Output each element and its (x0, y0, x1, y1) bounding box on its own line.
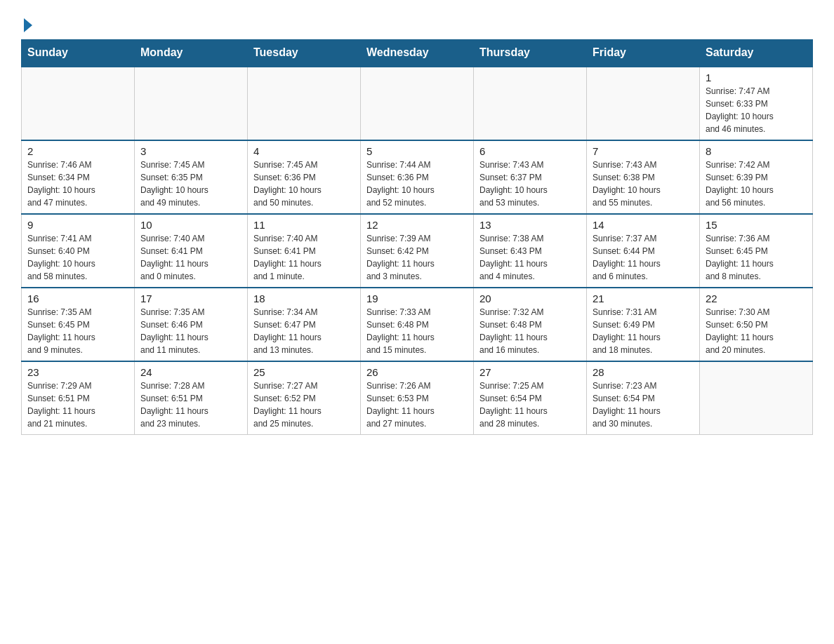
calendar-day-cell: 18Sunrise: 7:34 AM Sunset: 6:47 PM Dayli… (248, 288, 361, 361)
day-info: Sunrise: 7:46 AM Sunset: 6:34 PM Dayligh… (27, 159, 128, 209)
day-info: Sunrise: 7:40 AM Sunset: 6:41 PM Dayligh… (253, 232, 355, 283)
day-number: 21 (593, 293, 694, 304)
day-number: 23 (27, 366, 128, 378)
calendar-day-cell: 25Sunrise: 7:27 AM Sunset: 6:52 PM Dayli… (248, 361, 361, 435)
day-number: 2 (27, 145, 128, 157)
calendar-week-row: 16Sunrise: 7:35 AM Sunset: 6:45 PM Dayli… (22, 288, 813, 361)
day-info: Sunrise: 7:35 AM Sunset: 6:46 PM Dayligh… (140, 306, 241, 356)
calendar-day-cell: 11Sunrise: 7:40 AM Sunset: 6:41 PM Dayli… (248, 214, 361, 288)
calendar-day-cell: 24Sunrise: 7:28 AM Sunset: 6:51 PM Dayli… (135, 361, 248, 435)
day-number: 6 (479, 145, 581, 157)
calendar-day-cell: 17Sunrise: 7:35 AM Sunset: 6:46 PM Dayli… (135, 288, 248, 361)
calendar-day-cell: 22Sunrise: 7:30 AM Sunset: 6:50 PM Dayli… (700, 288, 813, 361)
day-info: Sunrise: 7:29 AM Sunset: 6:51 PM Dayligh… (27, 380, 128, 430)
calendar-day-cell: 16Sunrise: 7:35 AM Sunset: 6:45 PM Dayli… (22, 288, 135, 361)
day-number: 12 (366, 219, 468, 231)
day-info: Sunrise: 7:45 AM Sunset: 6:36 PM Dayligh… (253, 159, 355, 209)
day-number: 27 (479, 366, 581, 378)
day-info: Sunrise: 7:47 AM Sunset: 6:33 PM Dayligh… (706, 85, 807, 135)
calendar-day-cell: 27Sunrise: 7:25 AM Sunset: 6:54 PM Dayli… (474, 361, 587, 435)
calendar-day-cell (587, 67, 700, 140)
day-info: Sunrise: 7:30 AM Sunset: 6:50 PM Dayligh… (706, 306, 807, 356)
calendar-table: SundayMondayTuesdayWednesdayThursdayFrid… (21, 39, 813, 435)
calendar-day-cell: 13Sunrise: 7:38 AM Sunset: 6:43 PM Dayli… (474, 214, 587, 288)
calendar-day-cell: 8Sunrise: 7:42 AM Sunset: 6:39 PM Daylig… (700, 140, 813, 214)
calendar-day-cell: 14Sunrise: 7:37 AM Sunset: 6:44 PM Dayli… (587, 214, 700, 288)
day-number: 3 (140, 145, 241, 157)
calendar-day-header: Monday (135, 39, 248, 67)
day-number: 13 (479, 219, 581, 231)
day-number: 22 (706, 293, 807, 304)
day-number: 26 (366, 366, 468, 378)
calendar-day-header: Saturday (700, 39, 813, 67)
day-number: 7 (593, 145, 694, 157)
day-info: Sunrise: 7:36 AM Sunset: 6:45 PM Dayligh… (706, 232, 807, 283)
day-info: Sunrise: 7:33 AM Sunset: 6:48 PM Dayligh… (366, 306, 468, 356)
day-number: 10 (140, 219, 241, 231)
calendar-day-cell: 21Sunrise: 7:31 AM Sunset: 6:49 PM Dayli… (587, 288, 700, 361)
day-info: Sunrise: 7:26 AM Sunset: 6:53 PM Dayligh… (366, 380, 468, 430)
logo (21, 14, 32, 32)
day-number: 9 (27, 219, 128, 231)
day-info: Sunrise: 7:43 AM Sunset: 6:38 PM Dayligh… (593, 159, 694, 209)
day-info: Sunrise: 7:34 AM Sunset: 6:47 PM Dayligh… (253, 306, 355, 356)
day-number: 8 (706, 145, 807, 157)
day-info: Sunrise: 7:41 AM Sunset: 6:40 PM Dayligh… (27, 232, 128, 283)
day-info: Sunrise: 7:23 AM Sunset: 6:54 PM Dayligh… (593, 380, 694, 430)
calendar-week-row: 9Sunrise: 7:41 AM Sunset: 6:40 PM Daylig… (22, 214, 813, 288)
day-info: Sunrise: 7:40 AM Sunset: 6:41 PM Dayligh… (140, 232, 241, 283)
day-number: 28 (593, 366, 694, 378)
calendar-day-header: Friday (587, 39, 700, 67)
calendar-day-cell: 2Sunrise: 7:46 AM Sunset: 6:34 PM Daylig… (22, 140, 135, 214)
calendar-week-row: 1Sunrise: 7:47 AM Sunset: 6:33 PM Daylig… (22, 67, 813, 140)
calendar-day-cell: 10Sunrise: 7:40 AM Sunset: 6:41 PM Dayli… (135, 214, 248, 288)
day-info: Sunrise: 7:44 AM Sunset: 6:36 PM Dayligh… (366, 159, 468, 209)
day-info: Sunrise: 7:42 AM Sunset: 6:39 PM Dayligh… (706, 159, 807, 209)
calendar-day-cell: 26Sunrise: 7:26 AM Sunset: 6:53 PM Dayli… (361, 361, 474, 435)
logo-arrow-icon (24, 18, 32, 32)
calendar-day-cell (474, 67, 587, 140)
calendar-day-cell: 6Sunrise: 7:43 AM Sunset: 6:37 PM Daylig… (474, 140, 587, 214)
calendar-week-row: 2Sunrise: 7:46 AM Sunset: 6:34 PM Daylig… (22, 140, 813, 214)
day-number: 18 (253, 293, 355, 304)
day-number: 25 (253, 366, 355, 378)
calendar-day-cell: 28Sunrise: 7:23 AM Sunset: 6:54 PM Dayli… (587, 361, 700, 435)
day-info: Sunrise: 7:38 AM Sunset: 6:43 PM Dayligh… (479, 232, 581, 283)
page-header (21, 14, 813, 32)
day-info: Sunrise: 7:27 AM Sunset: 6:52 PM Dayligh… (253, 380, 355, 430)
calendar-day-cell: 23Sunrise: 7:29 AM Sunset: 6:51 PM Dayli… (22, 361, 135, 435)
day-number: 14 (593, 219, 694, 231)
day-number: 4 (253, 145, 355, 157)
day-info: Sunrise: 7:25 AM Sunset: 6:54 PM Dayligh… (479, 380, 581, 430)
day-info: Sunrise: 7:43 AM Sunset: 6:37 PM Dayligh… (479, 159, 581, 209)
calendar-day-cell: 5Sunrise: 7:44 AM Sunset: 6:36 PM Daylig… (361, 140, 474, 214)
day-number: 20 (479, 293, 581, 304)
calendar-day-header: Tuesday (248, 39, 361, 67)
calendar-day-cell: 20Sunrise: 7:32 AM Sunset: 6:48 PM Dayli… (474, 288, 587, 361)
calendar-day-cell: 4Sunrise: 7:45 AM Sunset: 6:36 PM Daylig… (248, 140, 361, 214)
day-info: Sunrise: 7:37 AM Sunset: 6:44 PM Dayligh… (593, 232, 694, 283)
calendar-day-cell (135, 67, 248, 140)
calendar-day-cell (700, 361, 813, 435)
day-info: Sunrise: 7:32 AM Sunset: 6:48 PM Dayligh… (479, 306, 581, 356)
day-info: Sunrise: 7:45 AM Sunset: 6:35 PM Dayligh… (140, 159, 241, 209)
day-info: Sunrise: 7:35 AM Sunset: 6:45 PM Dayligh… (27, 306, 128, 356)
calendar-day-cell: 9Sunrise: 7:41 AM Sunset: 6:40 PM Daylig… (22, 214, 135, 288)
day-info: Sunrise: 7:28 AM Sunset: 6:51 PM Dayligh… (140, 380, 241, 430)
calendar-day-cell: 1Sunrise: 7:47 AM Sunset: 6:33 PM Daylig… (700, 67, 813, 140)
calendar-week-row: 23Sunrise: 7:29 AM Sunset: 6:51 PM Dayli… (22, 361, 813, 435)
day-number: 19 (366, 293, 468, 304)
day-number: 11 (253, 219, 355, 231)
calendar-day-cell (361, 67, 474, 140)
calendar-day-cell (22, 67, 135, 140)
day-number: 17 (140, 293, 241, 304)
day-number: 1 (706, 72, 807, 83)
calendar-day-cell: 3Sunrise: 7:45 AM Sunset: 6:35 PM Daylig… (135, 140, 248, 214)
calendar-day-header: Wednesday (361, 39, 474, 67)
calendar-day-cell: 19Sunrise: 7:33 AM Sunset: 6:48 PM Dayli… (361, 288, 474, 361)
day-number: 5 (366, 145, 468, 157)
day-info: Sunrise: 7:39 AM Sunset: 6:42 PM Dayligh… (366, 232, 468, 283)
calendar-day-header: Thursday (474, 39, 587, 67)
calendar-header-row: SundayMondayTuesdayWednesdayThursdayFrid… (22, 39, 813, 67)
day-number: 24 (140, 366, 241, 378)
